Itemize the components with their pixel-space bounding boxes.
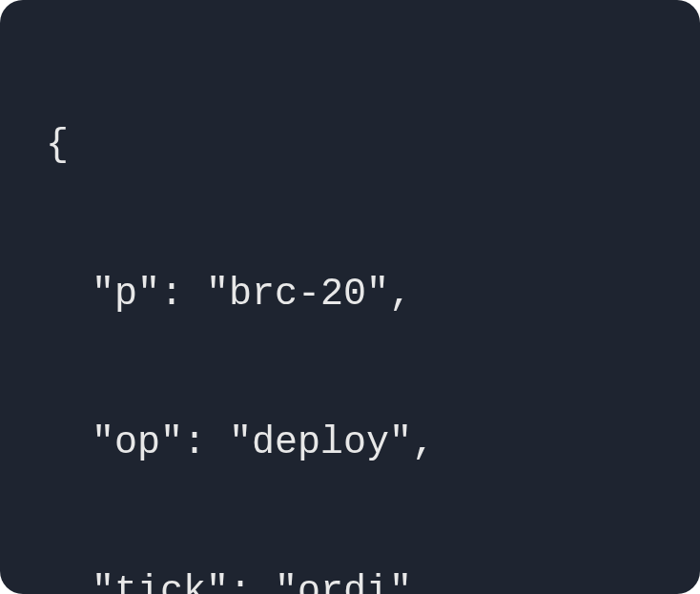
- open-brace-line: {: [46, 109, 654, 183]
- json-comma: ,: [389, 273, 412, 316]
- open-brace: {: [46, 124, 69, 167]
- json-colon: :: [229, 570, 275, 594]
- json-code-block: { "p": "brc-20", "op": "deploy", "tick":…: [0, 0, 700, 594]
- json-value: "deploy": [229, 421, 412, 464]
- code-line-0: "p": "brc-20",: [46, 257, 654, 332]
- json-key: "tick": [92, 570, 229, 594]
- json-key: "p": [92, 273, 160, 316]
- json-value: "ordi": [275, 570, 412, 594]
- json-comma: ,: [412, 570, 435, 594]
- json-key: "op": [92, 421, 183, 464]
- json-comma: ,: [412, 421, 435, 464]
- code-line-2: "tick": "ordi",: [46, 555, 654, 594]
- json-colon: :: [183, 421, 229, 464]
- json-colon: :: [160, 273, 206, 316]
- json-value: "brc-20": [206, 273, 389, 316]
- code-line-1: "op": "deploy",: [46, 406, 654, 481]
